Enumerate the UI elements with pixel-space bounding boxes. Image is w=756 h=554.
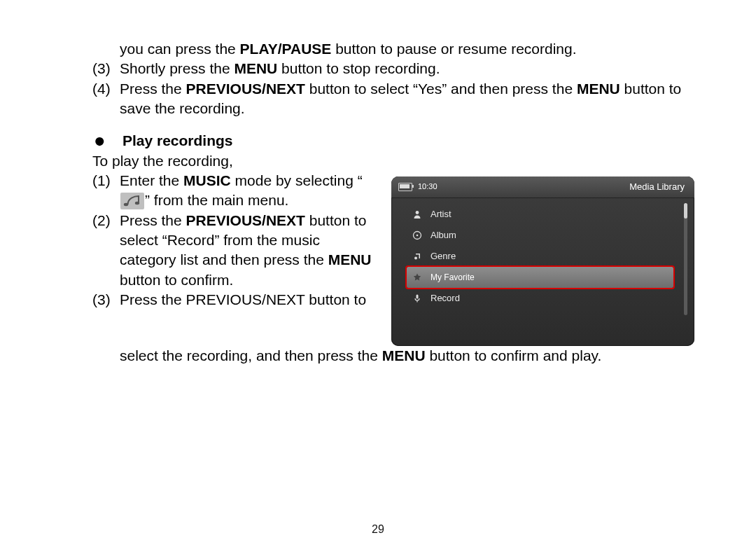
list-item: (3)Press the PREVIOUS/NEXT button to — [92, 290, 377, 310]
text: Press the — [120, 212, 186, 228]
bold-menu: MENU — [577, 81, 620, 97]
device-title: Media Library — [629, 181, 685, 193]
device-row-label: Artist — [430, 208, 451, 221]
device-row-artist[interactable]: Artist — [407, 204, 673, 225]
section-heading-play-recordings: ●Play recordings — [92, 131, 694, 151]
disc-icon — [412, 230, 422, 240]
document-page: you can press the PLAY/PAUSE button to p… — [0, 0, 756, 554]
cont-line: you can press the PLAY/PAUSE button to p… — [92, 39, 694, 59]
body-text: you can press the PLAY/PAUSE button to p… — [92, 39, 694, 366]
list-number: (4) — [92, 79, 120, 99]
bold-music: MUSIC — [183, 172, 231, 188]
battery-icon — [398, 183, 412, 191]
device-time: 10:30 — [418, 181, 438, 192]
device-scrollbar[interactable] — [684, 203, 687, 315]
list-item: (2)Press the PREVIOUS/NEXT button to sel… — [92, 211, 377, 290]
steps-column: (1)Enter the MUSIC mode by selecting “ ”… — [92, 171, 377, 310]
list-number: (2) — [92, 211, 120, 230]
scrollbar-thumb[interactable] — [684, 203, 687, 219]
device-row-record[interactable]: Record — [407, 288, 673, 309]
text: button to pause or resume recording. — [331, 41, 576, 57]
text: button to stop recording. — [277, 60, 440, 76]
device-list: Artist Album Genre — [391, 198, 694, 314]
mic-icon — [412, 293, 422, 303]
bold-prevnext: PREVIOUS/NEXT — [186, 81, 305, 97]
page-number: 29 — [0, 523, 756, 536]
svg-rect-6 — [416, 294, 419, 298]
text: Enter the — [120, 172, 183, 188]
intro-line: To play the recording, — [92, 151, 694, 171]
list-item-continuation: select the recording, and then press the… — [92, 346, 694, 366]
list-item: (1)Enter the MUSIC mode by selecting “ ”… — [92, 171, 377, 211]
notes-icon — [412, 251, 422, 261]
device-row-label: My Favorite — [430, 272, 475, 283]
bold-menu: MENU — [382, 347, 426, 363]
list-number: (3) — [92, 59, 120, 78]
svg-point-4 — [416, 234, 419, 236]
device-row-label: Record — [430, 292, 460, 305]
svg-point-2 — [416, 211, 419, 214]
text: ” from the main menu. — [145, 192, 288, 208]
list-item: (3)Shortly press the MENU button to stop… — [92, 59, 694, 78]
device-row-label: Album — [430, 229, 456, 242]
text: button to select “Yes” and then press th… — [305, 81, 577, 97]
list-number: (1) — [92, 171, 120, 191]
text: button to confirm. — [120, 272, 233, 288]
svg-rect-7 — [416, 300, 417, 303]
text: mode by selecting “ — [231, 172, 363, 188]
bold-menu: MENU — [234, 60, 277, 76]
device-row-my-favorite[interactable]: My Favorite — [407, 267, 673, 288]
device-column: 10:30 Media Library Artist — [391, 171, 694, 346]
list-number: (3) — [92, 290, 120, 310]
device-row-album[interactable]: Album — [407, 225, 673, 246]
person-icon — [412, 209, 422, 219]
text: Press the — [120, 81, 186, 97]
bold-prevnext: PREVIOUS/NEXT — [186, 212, 305, 228]
device-screenshot: 10:30 Media Library Artist — [391, 176, 694, 346]
section-title: Play recordings — [122, 132, 233, 148]
svg-rect-5 — [419, 254, 421, 258]
text: you can press the — [120, 41, 240, 57]
star-icon — [412, 272, 422, 282]
device-header: 10:30 Media Library — [391, 176, 694, 198]
bold-menu: MENU — [328, 251, 372, 268]
device-row-label: Genre — [430, 250, 456, 263]
text: Shortly press the — [120, 60, 234, 76]
text: button to confirm and play. — [426, 347, 602, 363]
two-column: (1)Enter the MUSIC mode by selecting “ ”… — [92, 171, 694, 346]
device-row-genre[interactable]: Genre — [407, 246, 673, 267]
bold-play-pause: PLAY/PAUSE — [240, 41, 332, 57]
music-icon — [120, 193, 144, 209]
list-item: (4)Press the PREVIOUS/NEXT button to sel… — [92, 79, 694, 119]
